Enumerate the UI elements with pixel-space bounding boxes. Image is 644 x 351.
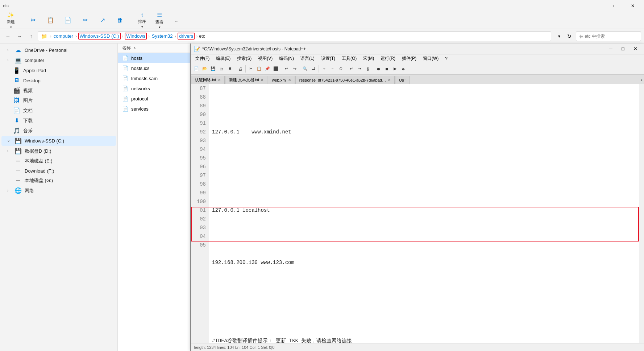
sidebar-item-music[interactable]: 🎵 音乐 xyxy=(1,126,116,136)
sidebar-item-videos[interactable]: 🎬 视频 xyxy=(1,86,116,95)
menu-edit[interactable]: 编辑(E) xyxy=(213,55,233,62)
breadcrumb-system32[interactable]: System32 xyxy=(151,33,174,39)
np-tab-3[interactable]: web.xml ✕ xyxy=(268,76,295,84)
rename-button[interactable]: ✏ xyxy=(77,13,93,28)
sidebar-item-local-g[interactable]: › ─ 本地磁盘 (G:) xyxy=(1,176,116,185)
forward-button[interactable]: → xyxy=(14,31,25,41)
np-tab-close-1[interactable]: ✕ xyxy=(218,78,221,82)
sidebar-item-windows-ssd[interactable]: ∨ 💾 Windows-SSD (C:) xyxy=(1,136,116,146)
file-item-lmhosts[interactable]: 📄 lmhosts.sam xyxy=(118,73,190,83)
minimize-button[interactable]: ─ xyxy=(588,0,605,12)
np-new-btn[interactable]: 📄 xyxy=(192,65,200,73)
sidebar-item-apple-ipad[interactable]: 📱 Apple iPad xyxy=(1,66,116,75)
file-item-hosts[interactable]: 📄 hosts xyxy=(118,53,190,63)
sidebar-item-desktop[interactable]: 🖥 Desktop xyxy=(1,76,116,85)
np-tab-2[interactable]: 新建 文本文档.txt ✕ xyxy=(225,76,268,84)
file-item-hosts-ics[interactable]: 📄 hosts.ics xyxy=(118,63,190,73)
menu-file[interactable]: 文件(F) xyxy=(192,55,212,62)
np-print-btn[interactable]: 🖨 xyxy=(236,65,244,73)
menu-plugins[interactable]: 插件(P) xyxy=(399,55,419,62)
sidebar-item-downloads[interactable]: ⬇ 下载 xyxy=(1,116,116,125)
sidebar-item-onedrive[interactable]: › ☁ OneDrive - Personal xyxy=(1,45,116,55)
np-tab-close-2[interactable]: ✕ xyxy=(261,78,263,82)
more-button[interactable]: ... xyxy=(169,13,185,28)
np-zoom-reset-btn[interactable]: ⊙ xyxy=(337,65,345,73)
sort-button[interactable]: ↕ 排序 ▾ xyxy=(134,13,150,28)
breadcrumb-computer[interactable]: computer xyxy=(53,33,74,39)
cut-button[interactable]: ✂ xyxy=(25,13,41,28)
np-close-btn[interactable]: ✖ xyxy=(226,65,234,73)
np-replace-btn[interactable]: ⇄ xyxy=(309,65,317,73)
np-tab-1[interactable]: 认证网络.txt ✕ xyxy=(191,76,225,84)
np-save-btn[interactable]: 💾 xyxy=(209,65,217,73)
np-tab-5[interactable]: Up↑ xyxy=(395,76,410,84)
np-indent-btn[interactable]: ⇥ xyxy=(356,65,363,73)
np-macro-save-btn[interactable]: ⏭ xyxy=(399,65,407,73)
notepad-toolbar: 📄 📂 💾 🗂 ✖ 🖨 ✂ 📋 📌 ⬛ ↩ ↪ 🔍 ⇄ ＋ － ⊙ ↵ ⇥ xyxy=(191,63,644,75)
maximize-button[interactable]: □ xyxy=(606,0,623,12)
new-button[interactable]: ✨ 新建 ▾ xyxy=(3,13,19,28)
np-open-btn[interactable]: 📂 xyxy=(201,65,209,73)
np-select-all-btn[interactable]: ⬛ xyxy=(272,65,280,73)
np-copy-btn[interactable]: 📋 xyxy=(255,65,263,73)
file-item-services[interactable]: 📄 services xyxy=(118,104,190,114)
np-zoom-in-btn[interactable]: ＋ xyxy=(320,65,328,73)
menu-view[interactable]: 视图(V) xyxy=(255,55,275,62)
search-input[interactable] xyxy=(576,31,641,41)
np-tab-close-4[interactable]: ✕ xyxy=(388,78,391,82)
np-find-btn[interactable]: 🔍 xyxy=(301,65,309,73)
menu-help[interactable]: ? xyxy=(442,55,450,62)
file-item-protocol[interactable]: 📄 protocol xyxy=(118,94,190,104)
up-button[interactable]: ↑ xyxy=(26,31,36,41)
np-macro-record-btn[interactable]: ⏺ xyxy=(374,65,382,73)
notepad-minimize-button[interactable]: ─ xyxy=(605,45,616,53)
sidebar-item-network[interactable]: › 🌐 网络 xyxy=(1,186,116,195)
menu-search[interactable]: 搜索(S) xyxy=(234,55,254,62)
np-paste-btn[interactable]: 📌 xyxy=(263,65,271,73)
sidebar-item-local-e[interactable]: › ─ 本地磁盘 (E:) xyxy=(1,156,116,166)
sidebar-item-download-f[interactable]: › ─ Download (F:) xyxy=(1,166,116,176)
refresh-button[interactable]: ↻ xyxy=(564,31,574,41)
np-macro-play-btn[interactable]: ▶ xyxy=(391,65,399,73)
notepad-close-button[interactable]: ✕ xyxy=(630,45,641,53)
tabs-scroll-right[interactable]: › xyxy=(640,76,644,84)
sidebar-item-data-d[interactable]: › 💾 数据盘D (D:) xyxy=(1,146,116,156)
breadcrumb-windows[interactable]: Windows xyxy=(125,33,147,40)
delete-button[interactable]: 🗑 xyxy=(112,13,128,28)
breadcrumb-windows-ssd[interactable]: Windows-SSD (C:) xyxy=(78,33,121,40)
np-wrap-btn[interactable]: ↵ xyxy=(347,65,355,73)
np-zoom-out-btn[interactable]: － xyxy=(328,65,336,73)
share-button[interactable]: ↗ xyxy=(95,13,111,28)
sidebar-item-computer[interactable]: › 💻 computer xyxy=(1,55,116,65)
paste-button[interactable]: 📄 xyxy=(60,13,76,28)
close-button[interactable]: ✕ xyxy=(624,0,641,12)
notepad-maximize-button[interactable]: □ xyxy=(617,45,629,53)
menu-run[interactable]: 运行(R) xyxy=(378,55,398,62)
np-redo-btn[interactable]: ↪ xyxy=(291,65,299,73)
view-button[interactable]: ☰ 查看 ▾ xyxy=(151,13,167,28)
breadcrumb-drivers[interactable]: drivers xyxy=(178,33,195,40)
sidebar-item-documents[interactable]: 📄 文档 xyxy=(1,106,116,115)
menu-settings[interactable]: 设置(T) xyxy=(318,55,338,62)
np-tab-close-3[interactable]: ✕ xyxy=(288,78,291,82)
address-dropdown-button[interactable]: ▾ xyxy=(556,31,563,41)
menu-macro[interactable]: 宏(M) xyxy=(360,55,377,62)
file-name: hosts.ics xyxy=(131,66,150,71)
np-tab-4[interactable]: response_8f754231-9758-46e1-a62b-7d6abad… xyxy=(295,76,395,84)
copy-button[interactable]: 📋 xyxy=(42,13,58,28)
np-macro-stop-btn[interactable]: ⏹ xyxy=(383,65,391,73)
np-save-all-btn[interactable]: 🗂 xyxy=(217,65,225,73)
np-syntax-btn[interactable]: § xyxy=(364,65,372,73)
np-cut-btn[interactable]: ✂ xyxy=(247,65,255,73)
vertical-scrollbar[interactable] xyxy=(639,84,644,343)
menu-encoding[interactable]: 编码(N) xyxy=(276,55,297,62)
back-button[interactable]: ← xyxy=(3,31,13,41)
menu-window[interactable]: 窗口(W) xyxy=(420,55,441,62)
line-num: 92 xyxy=(194,128,206,136)
code-content[interactable]: 127.0.0.1 www.xmind.net 127.0.0.1 localh… xyxy=(209,84,639,343)
menu-language[interactable]: 语言(L) xyxy=(298,55,317,62)
file-item-networks[interactable]: 📄 networks xyxy=(118,83,190,94)
sidebar-item-pictures[interactable]: 🖼 图片 xyxy=(1,96,116,105)
np-undo-btn[interactable]: ↩ xyxy=(282,65,290,73)
menu-tools[interactable]: 工具(O) xyxy=(339,55,360,62)
